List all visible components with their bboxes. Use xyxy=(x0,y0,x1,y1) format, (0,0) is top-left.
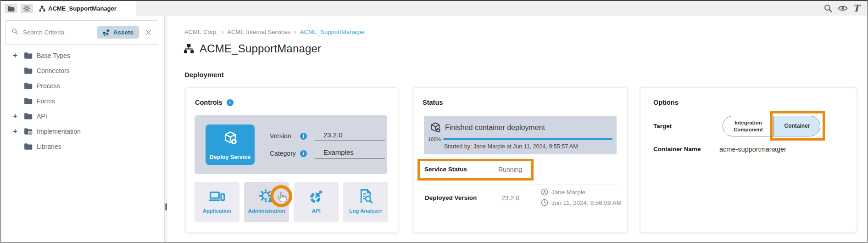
deployment-message: Finished container deployment xyxy=(445,124,545,132)
deployment-meta: Jane Marple Jun 11, 2024, 9:56:09 AM xyxy=(541,188,622,206)
service-status-label: Service Status xyxy=(424,166,467,173)
search-input[interactable] xyxy=(22,28,97,36)
folder-icon xyxy=(7,6,15,12)
service-status-highlight: Service Status Running xyxy=(417,159,534,181)
settings-button[interactable] xyxy=(21,4,33,13)
controls-heading: Controls i xyxy=(195,99,234,106)
api-icon xyxy=(308,189,324,204)
assets-label: Assets xyxy=(113,29,134,36)
tree-item-api[interactable]: + API xyxy=(1,108,164,124)
folder-icon xyxy=(24,97,33,105)
tile-administration[interactable]: Administration xyxy=(244,182,289,222)
container-name-value: acme-supportmanager xyxy=(719,146,786,153)
divider xyxy=(424,185,617,185)
search-icon xyxy=(11,28,18,37)
tab-label: ACME_SupportManager xyxy=(48,5,117,12)
sidebar: Assets + Base Types Connectors Process xyxy=(1,16,165,243)
info-icon[interactable]: i xyxy=(300,133,307,140)
deploy-settings-panel: Deploy Service Version i 23.2.0 Category… xyxy=(195,115,387,174)
started-by-text: Started by: Jane Marple at Jun 11, 2024,… xyxy=(444,143,578,150)
options-card: Options Target Integration Component Con… xyxy=(640,87,857,233)
gear-icon xyxy=(23,5,31,12)
clock-icon xyxy=(541,199,548,206)
options-heading: Options xyxy=(653,99,679,106)
deploy-service-button[interactable]: Deploy Service xyxy=(206,124,255,165)
status-card: Status Finished container deployment 100… xyxy=(413,87,628,233)
breadcrumb-current[interactable]: ACME_SupportManager xyxy=(300,28,365,35)
breadcrumb: ACME Corp. › ACME Internal Services › AC… xyxy=(184,28,365,35)
tree-item-process[interactable]: Process xyxy=(1,78,164,93)
status-heading: Status xyxy=(423,99,443,106)
search-criteria-box: Assets xyxy=(6,20,158,45)
expand-icon[interactable]: + xyxy=(13,127,24,135)
category-input[interactable]: Examples xyxy=(315,148,385,158)
folder-icon xyxy=(24,51,33,59)
quick-launch-tiles: Application xyxy=(195,182,388,222)
text-tool-icon[interactable]: T xyxy=(853,4,860,13)
app-window: ACME_SupportManager T Asse xyxy=(0,0,868,243)
deployment-section-heading: Deployment xyxy=(184,71,224,79)
deployed-at-row: Jun 11, 2024, 9:56:09 AM xyxy=(541,199,622,206)
assets-filter-button[interactable]: Assets xyxy=(97,26,139,39)
main-panel: ACME Corp. › ACME Internal Services › AC… xyxy=(167,16,868,243)
eye-icon[interactable] xyxy=(838,5,848,11)
tree-item-base-types[interactable]: + Base Types xyxy=(1,48,164,63)
toggle-integration-component[interactable]: Integration Component xyxy=(723,116,773,136)
hierarchy-icon xyxy=(39,6,45,12)
hierarchy-icon xyxy=(184,44,194,54)
folder-icon xyxy=(24,112,33,120)
deployment-progress-panel: Finished container deployment 100% Start… xyxy=(424,116,617,154)
tree-item-connectors[interactable]: Connectors xyxy=(1,63,164,78)
deployed-version-value: 23.2.0 xyxy=(501,194,519,202)
log-analyzer-icon xyxy=(357,189,374,204)
container-name-label: Container Name xyxy=(653,146,701,153)
folder-icon xyxy=(24,82,33,90)
close-icon[interactable] xyxy=(145,29,151,35)
folder-icon xyxy=(24,142,33,150)
asset-tree: + Base Types Connectors Process Forms + xyxy=(1,48,164,154)
tile-application[interactable]: Application xyxy=(195,182,239,222)
service-status-value: Running xyxy=(498,166,522,173)
tab-bar: ACME_SupportManager xyxy=(1,1,136,16)
expand-icon[interactable]: + xyxy=(13,51,24,59)
administration-icon xyxy=(258,189,275,204)
progress-percent: 100% xyxy=(428,136,441,142)
folder-button[interactable] xyxy=(5,4,17,13)
assets-icon xyxy=(103,29,110,36)
tree-item-libraries[interactable]: Libraries xyxy=(1,139,164,154)
expand-icon[interactable]: + xyxy=(13,112,24,120)
container-toggle-highlight xyxy=(770,111,825,141)
controls-card: Controls i Deploy Service Version xyxy=(185,87,398,233)
tree-item-forms[interactable]: Forms xyxy=(1,93,164,108)
application-icon xyxy=(209,189,225,204)
person-icon xyxy=(541,188,548,196)
folder-icon xyxy=(24,67,33,74)
deployed-by-row: Jane Marple xyxy=(541,188,622,196)
package-status-icon xyxy=(429,121,442,134)
progress-bar xyxy=(443,138,612,140)
tab-acme-supportmanager[interactable]: ACME_SupportManager xyxy=(39,5,117,12)
version-field-row: Version i 23.2.0 xyxy=(270,129,385,143)
info-icon[interactable]: i xyxy=(227,99,234,106)
info-icon[interactable]: i xyxy=(300,150,307,157)
tile-api[interactable]: API xyxy=(294,182,339,222)
page-title: ACME_SupportManager xyxy=(200,42,321,55)
tile-log-analyzer[interactable]: Log Analyzer xyxy=(343,182,388,222)
target-label: Target xyxy=(653,123,672,130)
breadcrumb-acme-corp[interactable]: ACME Corp. xyxy=(184,28,218,35)
package-deploy-icon xyxy=(222,130,239,147)
page-title-row: ACME_SupportManager xyxy=(184,42,321,55)
topbar-actions: T xyxy=(823,1,867,16)
version-input[interactable]: 23.2.0 xyxy=(315,131,385,141)
tree-item-implementation[interactable]: + Implementation xyxy=(1,124,164,139)
implementation-folder-icon xyxy=(24,127,33,135)
breadcrumb-acme-internal-services[interactable]: ACME Internal Services xyxy=(227,28,290,35)
top-bar: ACME_SupportManager T xyxy=(1,1,867,16)
category-field-row: Category i Examples xyxy=(270,147,385,160)
deployed-version-label: Deployed Version xyxy=(425,194,477,201)
search-icon[interactable] xyxy=(823,4,833,13)
